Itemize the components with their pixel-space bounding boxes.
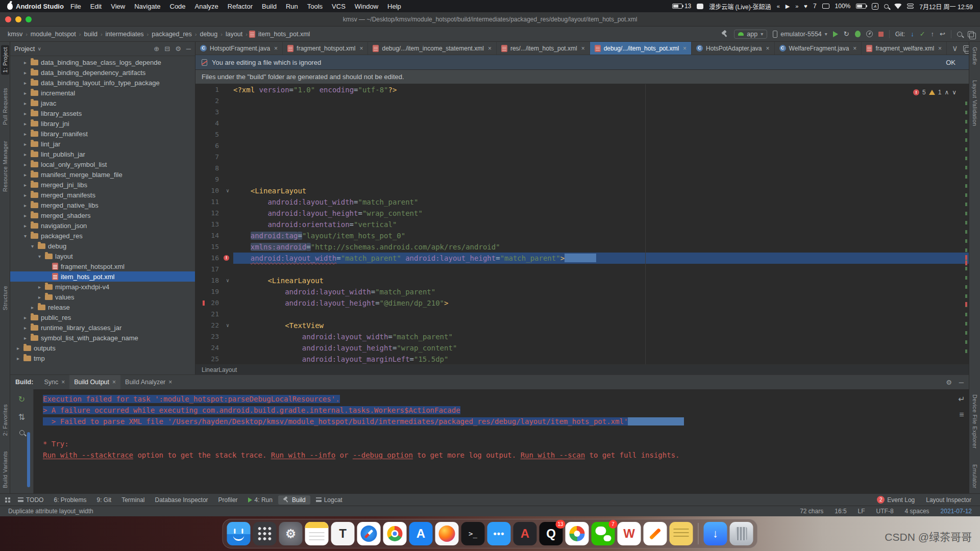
dock-icon-stickies[interactable]	[670, 522, 693, 545]
console-link[interactable]: Run with --scan	[521, 451, 585, 459]
soft-wrap-icon[interactable]: ↵	[958, 394, 965, 404]
dock-icon-safari[interactable]	[357, 522, 381, 545]
tree-item-merged_jni_libs[interactable]: ▸merged_jni_libs	[10, 180, 195, 190]
menu-item-build[interactable]: Build	[257, 3, 281, 10]
gutter[interactable]: 13	[195, 219, 233, 230]
dock-icon-launchpad[interactable]	[253, 522, 277, 545]
toolwindow-button-4-run[interactable]: 4: Run	[243, 495, 277, 505]
close-window-button[interactable]	[5, 16, 11, 22]
locate-file-icon[interactable]: ⊕	[154, 45, 159, 53]
spotlight[interactable]	[884, 4, 889, 9]
stop-button[interactable]	[878, 32, 884, 37]
close-tab-icon[interactable]: ×	[766, 45, 770, 52]
stack-icon[interactable]	[968, 31, 974, 37]
tree-collapsed-arrow-icon[interactable]: ▸	[22, 182, 28, 188]
editor-tab-debug-...-item_income_statement.xml[interactable]: debug/.../item_income_statement.xml×	[368, 42, 496, 55]
editor-tab-WelfareFragment.java[interactable]: CWelfareFragment.java×	[775, 42, 862, 55]
tree-item-merged_native_libs[interactable]: ▸merged_native_libs	[10, 200, 195, 210]
gutter[interactable]: 12	[195, 208, 233, 219]
project-view-selector[interactable]: Project	[14, 45, 35, 53]
tool-stripe-structure[interactable]: Structure	[1, 284, 9, 312]
gutter[interactable]: 9	[195, 174, 233, 185]
tree-item-navigation_json[interactable]: ▸navigation_json	[10, 220, 195, 231]
gutter[interactable]: 24	[195, 342, 233, 354]
tree-item-lint_jar[interactable]: ▸lint_jar	[10, 139, 195, 149]
close-tab-icon[interactable]: ×	[359, 45, 363, 52]
build-console[interactable]: Execution failed for task ':module_hotsp…	[34, 389, 954, 493]
tool-stripe-emulator[interactable]: Emulator	[971, 462, 979, 490]
status-widget-16-5[interactable]: 16:5	[835, 508, 846, 515]
inspection-widget[interactable]: ! 5 1 ∧ ∨	[913, 87, 957, 98]
tree-item-layout[interactable]: ▾layout	[10, 251, 195, 261]
tree-collapsed-arrow-icon[interactable]: ▸	[22, 90, 28, 96]
close-tab-icon[interactable]: ×	[581, 45, 585, 52]
tree-item-library_assets[interactable]: ▸library_assets	[10, 108, 195, 118]
tree-item-data_binding_dependency_artifacts[interactable]: ▸data_binding_dependency_artifacts	[10, 67, 195, 78]
status-widget-2021-07-12[interactable]: 2021-07-12	[941, 508, 972, 515]
tree-collapsed-arrow-icon[interactable]: ▸	[22, 101, 28, 106]
menu-item-navigate[interactable]: Navigate	[130, 3, 165, 10]
editor-tab-fragment_welfare.xml[interactable]: fragment_welfare.xml×	[862, 42, 947, 55]
toolwindow-button-9-git[interactable]: 9: Git	[92, 495, 116, 505]
search-everywhere-icon[interactable]	[957, 32, 962, 37]
gutter[interactable]: 21	[195, 309, 233, 320]
gutter[interactable]: 1	[195, 84, 233, 95]
editor-tab-HotsPotAdapter.java[interactable]: CHotsPotAdapter.java×	[692, 42, 774, 55]
menu-item-run[interactable]: Run	[281, 3, 303, 10]
toolwindow-button-database-inspector[interactable]: Database Inspector	[151, 495, 213, 505]
breadcrumb-item-debug[interactable]: debug	[198, 30, 219, 38]
tool-stripe-2-favorites[interactable]: 2: Favorites	[1, 402, 9, 438]
dock-icon-cloud-drive[interactable]: •••	[487, 522, 511, 545]
breadcrumb-element[interactable]: LinearLayout	[202, 366, 237, 373]
close-tab-icon[interactable]: ×	[274, 45, 278, 52]
zoom-window-button[interactable]	[26, 16, 32, 22]
dock-icon-trash[interactable]	[730, 522, 753, 545]
tool-stripe-device-file-explorer[interactable]: Device File Explorer	[971, 392, 979, 450]
dock-icon-notes[interactable]	[305, 522, 329, 545]
chevron-down-icon[interactable]: ∨	[37, 46, 41, 52]
battery[interactable]	[856, 4, 866, 9]
editor-tab-HotspotFragment.java[interactable]: CHotspotFragment.java×	[195, 42, 283, 55]
tree-collapsed-arrow-icon[interactable]: ▸	[22, 111, 28, 116]
status-widget-UTF-8[interactable]: UTF-8	[876, 508, 894, 515]
tree-item-incremental[interactable]: ▸incremental	[10, 88, 195, 98]
tree-collapsed-arrow-icon[interactable]: ▸	[22, 152, 28, 157]
code-editor[interactable]: 1<?xml version="1.0" encoding="utf-8"?>2…	[195, 84, 969, 364]
status-text[interactable]: 100%	[835, 3, 851, 10]
gutter[interactable]: 22∨	[195, 320, 233, 331]
gutter[interactable]: 16!	[195, 253, 233, 264]
sort-icon[interactable]: ⇅	[18, 412, 25, 422]
tree-collapsed-arrow-icon[interactable]: ▸	[15, 345, 21, 351]
close-tab-icon[interactable]: ×	[938, 45, 942, 52]
menu-app-name[interactable]: Android Studio	[16, 3, 64, 10]
run-configuration-selector[interactable]: app▾	[734, 30, 767, 39]
close-tab-icon[interactable]: ×	[112, 379, 116, 386]
tree-item-javac[interactable]: ▸javac	[10, 98, 195, 108]
tree-expanded-arrow-icon[interactable]: ▾	[30, 243, 35, 249]
debug-button[interactable]	[855, 31, 861, 37]
gutter[interactable]: 18∨	[195, 275, 233, 286]
gutter[interactable]: 3	[195, 107, 233, 118]
tree-collapsed-arrow-icon[interactable]: ▸	[22, 315, 28, 320]
control-center[interactable]	[907, 4, 914, 9]
tree-collapsed-arrow-icon[interactable]: ▸	[22, 162, 28, 167]
fold-arrow-icon[interactable]: ∨	[226, 185, 229, 196]
tree-collapsed-arrow-icon[interactable]: ▸	[22, 80, 28, 86]
tree-item-fragment_hotspot.xml[interactable]: fragment_hotspot.xml	[10, 261, 195, 271]
menu-item-refactor[interactable]: Refactor	[223, 3, 257, 10]
toolwindow-button-layout-inspector[interactable]: Layout Inspector	[921, 495, 976, 505]
toolwindow-button-terminal[interactable]: Terminal	[117, 495, 149, 505]
dock-icon-app-store[interactable]: A	[409, 522, 433, 545]
prev-track[interactable]: «	[777, 4, 780, 9]
tree-item-manifest_merge_blame_file[interactable]: ▸manifest_merge_blame_file	[10, 169, 195, 180]
gutter[interactable]: 7	[195, 152, 233, 163]
breadcrumb-item-item_hots_pot.xml[interactable]: item_hots_pot.xml	[257, 30, 311, 38]
tree-collapsed-arrow-icon[interactable]: ▸	[22, 141, 28, 147]
dock-icon-typora[interactable]: T	[331, 522, 355, 545]
breadcrumb-item-packaged_res[interactable]: packaged_res	[150, 30, 193, 38]
gutter[interactable]: 11	[195, 196, 233, 208]
chevron-down-icon[interactable]: ∨	[952, 43, 958, 53]
tree-item-tmp[interactable]: ▸tmp	[10, 353, 195, 363]
error-icon[interactable]: !	[224, 255, 229, 261]
tree-collapsed-arrow-icon[interactable]: ▸	[15, 356, 21, 361]
